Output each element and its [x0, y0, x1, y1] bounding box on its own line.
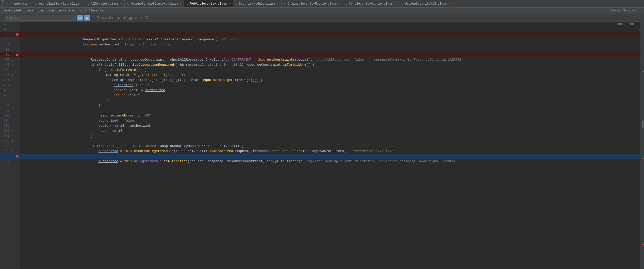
- tab-close-web-xml[interactable]: ✕: [28, 2, 30, 5]
- class-icon-5: C: [284, 2, 286, 5]
- prev-result-btn[interactable]: ▲: [116, 16, 121, 20]
- tab-security-module[interactable]: C SecurityModule.class ✕: [233, 0, 282, 7]
- code-line-498: return var10;: [20, 88, 640, 93]
- ln-509: 509: [0, 144, 12, 149]
- ln-491: 491: [0, 52, 12, 57]
- right-scrollbar[interactable]: [640, 22, 644, 269]
- ln-495: 495: [0, 73, 12, 78]
- tab-chained-security[interactable]: C ChainedSecurityModule.class ✕: [282, 0, 343, 7]
- gutter-492: 492 ▽: [0, 57, 20, 62]
- case-sensitive-btn[interactable]: Cc: [77, 15, 83, 21]
- ln-506: 506: [0, 128, 12, 133]
- class-icon-1: C: [88, 2, 90, 5]
- ln-496: 496: [0, 78, 12, 83]
- tab-webapp-security[interactable]: C WebAppSecurity.class ✕: [184, 0, 233, 7]
- ln-508: 508: [0, 139, 12, 144]
- tab-ui-servlet[interactable]: C UIServlet.class ✕: [85, 0, 125, 7]
- gutter-490: 490 ▽: [0, 47, 20, 52]
- tab-cert-security[interactable]: C CertSecurityModule.class ✕: [343, 0, 399, 7]
- tab-close-cert[interactable]: ✕: [394, 2, 396, 5]
- breakpoint-dot-491: [16, 54, 19, 56]
- code-line-500: }: [20, 98, 640, 103]
- tab-close-context[interactable]: ✕: [180, 2, 181, 5]
- tab-close-ui[interactable]: ✕: [120, 2, 122, 5]
- gutter-498: 498: [0, 88, 20, 93]
- code-line-505: return var14;: [20, 123, 640, 128]
- ln-505: 505: [0, 123, 12, 128]
- gutter-501: 501: [0, 103, 20, 108]
- code-line-501: [20, 103, 640, 108]
- code-line-503: authorized = false;: [20, 113, 640, 118]
- tab-async-init-servlet[interactable]: C AsyncInitServlet.class ✕: [33, 0, 85, 7]
- tab-close-sm[interactable]: ✕: [277, 2, 279, 5]
- gutter-500: 500: [0, 98, 20, 103]
- code-line-496: authorized = true;: [20, 78, 640, 83]
- filter-btn[interactable]: ⊤: [144, 16, 149, 20]
- code-line-507: [20, 133, 640, 139]
- class-icon-2: C: [127, 2, 129, 5]
- search-input[interactable]: [5, 15, 76, 21]
- code-line-502: response.sendError( i: 403);: [20, 108, 640, 113]
- code-line-506: }: [20, 128, 640, 133]
- class-icon-3: C: [187, 2, 189, 5]
- project-panel-toggle[interactable]: Project: [0, 0, 5, 7]
- class-icon-0: C: [36, 2, 37, 5]
- fold-486[interactable]: ▽: [12, 28, 15, 31]
- gutter-512: 512: [0, 159, 20, 164]
- gutter-495: 495 ▽: [0, 73, 20, 78]
- code-line-510: } else {: [20, 149, 640, 154]
- fold-510[interactable]: ▽: [12, 150, 15, 153]
- search-close-btn[interactable]: ↗: [134, 16, 139, 20]
- scrollbar-thumb[interactable]: [642, 121, 643, 128]
- next-result-btn[interactable]: ▼: [122, 16, 127, 20]
- ln-489: 489: [0, 42, 12, 47]
- choose-sources-link[interactable]: Choose Sources...: [610, 9, 641, 12]
- code-line-509: authorized = this.createDelegateModule(i…: [20, 144, 640, 149]
- tab-webapp-security-wls[interactable]: C WebAppSecurityWLS.class ✕: [399, 0, 453, 7]
- find-in-selection-btn[interactable]: ▦: [128, 16, 133, 20]
- gutter-485: 485: [0, 22, 20, 27]
- gutter-497: 497: [0, 83, 20, 88]
- ln-504: 504: [0, 118, 12, 123]
- code-line-512: }: [20, 159, 640, 164]
- code-line-493: if (this.isFormAuth()) {: [20, 62, 640, 68]
- error-marker-1: [643, 71, 644, 72]
- error-marker-2: [643, 158, 644, 159]
- ln-486: 486: [0, 27, 12, 32]
- ln-512: 512: [0, 159, 12, 164]
- tab-webapp-servlet-context[interactable]: C WebAppServletContext.class ✕: [125, 0, 184, 7]
- ln-498: 498: [0, 88, 12, 93]
- fold-493[interactable]: ▽: [12, 63, 15, 66]
- tab-close-async[interactable]: ✕: [81, 2, 82, 5]
- code-line-499: }: [20, 93, 640, 98]
- gutter-505: 505: [0, 123, 20, 128]
- gutter-494: 494: [0, 68, 20, 73]
- xml-icon: </>: [7, 2, 12, 5]
- fold-495[interactable]: ▽: [12, 74, 15, 77]
- fold-506[interactable]: ▽: [12, 129, 15, 132]
- gutter-503: 503: [0, 113, 20, 118]
- tab-close-security[interactable]: ✕: [228, 2, 230, 5]
- fold-499[interactable]: ▽: [12, 94, 15, 97]
- main-container: Project </> web.xml ✕ C AsyncInitServlet…: [0, 0, 644, 269]
- ln-511: 511: [0, 154, 12, 159]
- ln-501: 501: [0, 103, 12, 108]
- tab-close-csm[interactable]: ✕: [338, 2, 340, 5]
- fold-508[interactable]: ▽: [12, 140, 15, 143]
- info-bar: Decompiled .class file, bytecode version…: [0, 8, 644, 14]
- ln-502: 502: [0, 108, 12, 113]
- tab-bar: Project </> web.xml ✕ C AsyncInitServlet…: [0, 0, 644, 8]
- breakpoint-dot-511: [16, 155, 19, 158]
- whole-word-btn[interactable]: W: [84, 15, 90, 21]
- tab-web-xml[interactable]: </> web.xml ✕: [5, 0, 33, 7]
- tab-close-wls[interactable]: ✕: [449, 2, 450, 5]
- code-line-504: boolean var14 = authorized;: [20, 118, 640, 123]
- code-line-489: [20, 42, 640, 47]
- search-bar: ⌕ Cc W .* 0 results ▲ ▼ ▦ ↗ ≡ ⊤: [0, 14, 644, 22]
- ln-503: 503: [0, 113, 12, 118]
- fold-492[interactable]: ▽: [12, 58, 15, 61]
- fold-490[interactable]: ▽: [12, 48, 15, 51]
- search-settings-btn[interactable]: ≡: [140, 16, 143, 20]
- ln-494: 494: [0, 68, 12, 73]
- ln-507: 507: [0, 133, 12, 139]
